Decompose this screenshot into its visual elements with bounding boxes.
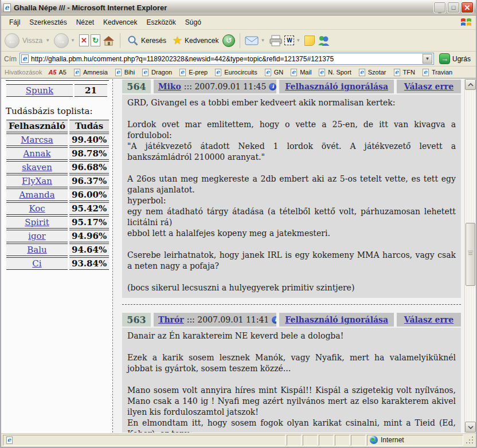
link-szotar[interactable]: Szotar [357, 68, 390, 77]
go-button[interactable]: → Ugrás [437, 53, 473, 65]
ignore-user-link[interactable]: Felhasználó ignorálása [285, 315, 388, 324]
link-nsport[interactable]: N. Sport [316, 68, 355, 77]
mail-dropdown-icon[interactable]: ▼ [260, 38, 265, 43]
edit-dropdown-icon[interactable]: ▼ [296, 38, 300, 43]
window-title: Ghalla Népe /// - Microsoft Internet Exp… [14, 3, 432, 12]
scrollbar-track[interactable] [465, 90, 476, 422]
refresh-icon[interactable]: ↻ [91, 34, 100, 46]
user-link-spunk[interactable]: Spunk [26, 85, 53, 96]
table-row: Spirit95.17% [6, 216, 109, 229]
table-row: skaven96.68% [6, 161, 109, 174]
scroll-down-button[interactable] [465, 422, 476, 433]
post-number: 563 [122, 313, 151, 327]
maximize-button[interactable]: □ [447, 2, 460, 13]
user-link[interactable]: Ci [32, 258, 41, 269]
link-travian[interactable]: Travian [420, 68, 456, 77]
search-button[interactable]: Keresés [125, 34, 169, 48]
link-gn[interactable]: GN [263, 68, 288, 77]
table-row: FlyXan96.37% [6, 175, 109, 187]
history-icon[interactable]: ↺ [222, 34, 235, 47]
discuss-note-icon[interactable] [304, 36, 315, 46]
author-link[interactable]: Thrór [158, 315, 184, 324]
post-meta: ::: 2007.09.01 11:45 [184, 82, 267, 91]
menu-view[interactable]: Nézet [72, 17, 99, 28]
favorites-button[interactable]: ★ Kedvencek [170, 34, 221, 47]
link-eurocircuits[interactable]: Eurocircuits [213, 68, 261, 77]
toplist-title: Tudásbázis toplista: [6, 106, 110, 116]
user-link[interactable]: Marcsa [21, 135, 53, 145]
back-button[interactable]: ← [5, 33, 19, 48]
menu-file[interactable]: Fájl [5, 17, 25, 28]
user-link[interactable]: igor [28, 231, 46, 241]
vertical-scrollbar[interactable] [464, 79, 476, 433]
windows-logo-icon [460, 17, 472, 28]
status-panel [351, 435, 366, 446]
column-knowledge: Tudás [69, 120, 109, 132]
link-dragon[interactable]: Dragon [140, 68, 176, 77]
forward-button[interactable]: → [54, 33, 69, 48]
user-link[interactable]: Amanda [19, 190, 54, 200]
mail-icon[interactable] [245, 36, 259, 46]
print-icon[interactable] [269, 35, 283, 46]
menu-edit[interactable]: Szerkesztés [25, 17, 71, 28]
link-eprep[interactable]: E-prep [177, 68, 212, 77]
user-link[interactable]: Spirit [25, 217, 49, 227]
stop-icon[interactable]: ✕ [79, 34, 89, 46]
knowledge-value: 94.96% [72, 231, 107, 241]
scroll-up-button[interactable] [465, 79, 476, 90]
address-input[interactable] [31, 55, 420, 63]
status-panel [303, 435, 318, 446]
user-link[interactable]: Balu [27, 245, 46, 255]
status-document-panel [3, 435, 286, 446]
toolbar-separator [240, 33, 240, 48]
link-label: A5 [58, 69, 66, 76]
scrollbar-thumb[interactable] [466, 223, 475, 286]
ignore-user-cell: Felhasználó ignorálása [279, 80, 394, 93]
a5-icon: A5 [48, 69, 56, 76]
user-link[interactable]: Koc [29, 203, 45, 214]
address-dropdown-icon[interactable]: ▼ [423, 54, 432, 64]
ie-page-icon [359, 69, 365, 76]
minimize-button[interactable]: _ [433, 2, 446, 13]
knowledge-value: 99.40% [72, 135, 107, 145]
close-button[interactable]: ✕ [461, 2, 474, 13]
link-a5[interactable]: A5 A5 [46, 68, 71, 76]
menu-favorites[interactable]: Kedvencek [99, 17, 142, 28]
link-tfn[interactable]: TFN [392, 68, 419, 77]
reply-link[interactable]: Válasz erre [404, 315, 453, 324]
forum-post-563: 563 Thrór ::: 2007.09.01 11:41 i Felhasz… [122, 313, 461, 433]
knowledge-value: 96.00% [72, 190, 107, 200]
ie-page-icon [215, 69, 221, 76]
author-link[interactable]: Miko [158, 82, 181, 91]
link-amnesia[interactable]: Amnesia [72, 68, 112, 77]
star-icon: ★ [173, 35, 182, 46]
menu-tools[interactable]: Eszközök [142, 17, 180, 28]
user-value: 21 [85, 85, 97, 96]
info-icon[interactable]: i [269, 83, 276, 91]
link-label: N. Sport [328, 69, 351, 76]
user-link[interactable]: skaven [22, 162, 52, 172]
home-icon[interactable] [102, 34, 115, 47]
post-body: GRD, Givangel es a tobbi ember kedveert … [122, 95, 461, 298]
forward-dropdown-icon[interactable]: ▼ [71, 38, 75, 43]
knowledge-value: 96.37% [72, 176, 107, 186]
reply-link[interactable]: Válasz erre [404, 82, 453, 91]
back-dropdown-icon[interactable]: ▼ [45, 38, 50, 43]
table-row: Amanda96.00% [6, 188, 109, 201]
post-separator [122, 304, 461, 305]
knowledge-value: 95.42% [72, 203, 107, 214]
info-icon[interactable]: i [272, 316, 276, 324]
address-label: Cím [4, 55, 17, 63]
link-bihi[interactable]: Bihi [113, 68, 139, 77]
user-link[interactable]: FlyXan [22, 176, 52, 186]
ignore-user-link[interactable]: Felhasználó ignorálása [285, 82, 388, 91]
edit-with-word-icon[interactable]: W [284, 36, 294, 45]
reply-cell: Válasz erre [397, 80, 461, 93]
ie-page-icon [265, 69, 271, 76]
resize-grip[interactable] [466, 436, 474, 445]
menu-help[interactable]: Súgó [181, 17, 206, 28]
link-label: Eurocircuits [224, 69, 257, 76]
user-link[interactable]: Annak [23, 148, 50, 159]
link-mail[interactable]: Mail [288, 68, 315, 77]
messenger-icon[interactable] [316, 35, 330, 46]
